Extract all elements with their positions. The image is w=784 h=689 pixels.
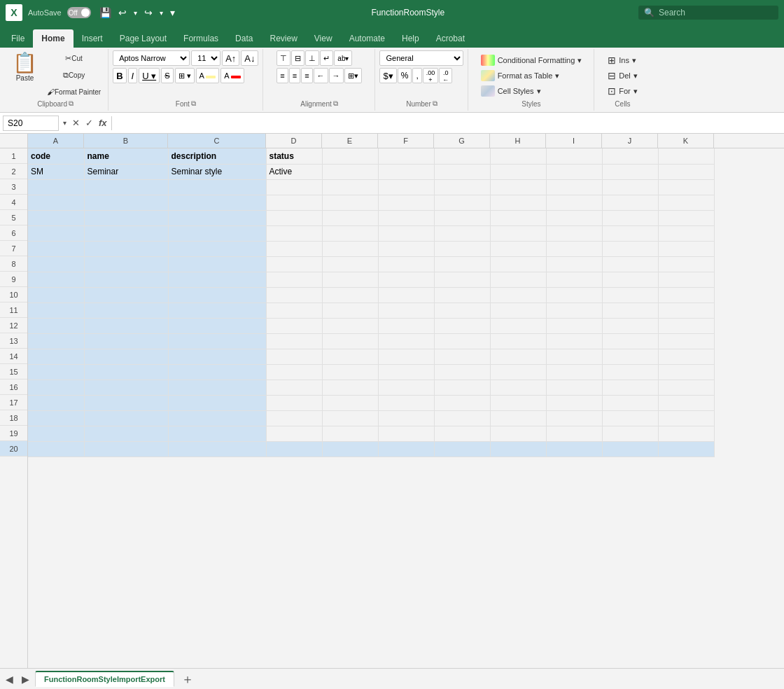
cell-r8-c1[interactable]	[28, 256, 84, 272]
cell-r10-c6[interactable]	[378, 287, 434, 302]
cell-r4-c6[interactable]	[378, 195, 434, 210]
cell-r6-c7[interactable]	[434, 225, 490, 241]
cell-r13-c5[interactable]	[322, 333, 378, 349]
cell-r18-c8[interactable]	[490, 410, 546, 426]
tab-home[interactable]: Home	[33, 29, 73, 48]
cell-r3-c4[interactable]	[266, 179, 322, 195]
copy-btn[interactable]: ⧉ Copy	[44, 67, 104, 83]
cell-r19-c4[interactable]	[266, 426, 322, 441]
cell-r12-c9[interactable]	[546, 318, 602, 333]
cell-r7-c9[interactable]	[546, 241, 602, 256]
font-family-select[interactable]: Aptos Narrow	[113, 50, 190, 66]
row-header-3[interactable]: 3	[0, 179, 27, 195]
cell-r9-c7[interactable]	[434, 272, 490, 287]
row-header-18[interactable]: 18	[0, 410, 27, 426]
cell-r10-c7[interactable]	[434, 287, 490, 302]
tab-insert[interactable]: Insert	[74, 29, 111, 48]
cell-r18-c9[interactable]	[546, 410, 602, 426]
cell-r4-c4[interactable]	[266, 195, 322, 210]
cell-r13-c6[interactable]	[378, 333, 434, 349]
cell-r18-c2[interactable]	[84, 410, 168, 426]
cell-styles-btn[interactable]: Cell Styles ▾	[477, 84, 587, 98]
orientation-btn[interactable]: ab▾	[334, 50, 352, 66]
cell-r2-c7[interactable]	[434, 164, 490, 179]
cell-r7-c1[interactable]	[28, 241, 84, 256]
align-right-btn[interactable]: ≡	[301, 68, 312, 83]
cell-r8-c8[interactable]	[490, 256, 546, 272]
cell-r8-c5[interactable]	[322, 256, 378, 272]
col-header-g[interactable]: G	[434, 134, 490, 148]
cell-r14-c10[interactable]	[602, 349, 658, 364]
cell-r2-c1[interactable]: SM	[28, 164, 84, 179]
cell-r13-c4[interactable]	[266, 333, 322, 349]
cell-r15-c1[interactable]	[28, 364, 84, 380]
cancel-formula-btn[interactable]: ✕	[71, 116, 81, 130]
row-header-7[interactable]: 7	[0, 241, 27, 256]
cell-r12-c2[interactable]	[84, 318, 168, 333]
insert-cells-btn[interactable]: ⊞ Ins ▾	[603, 53, 640, 67]
cell-r7-c3[interactable]	[168, 241, 266, 256]
cell-r15-c2[interactable]	[84, 364, 168, 380]
scroll-sheets-left-btn[interactable]: ◀	[3, 672, 16, 683]
cell-r10-c4[interactable]	[266, 287, 322, 302]
cell-r7-c7[interactable]	[434, 241, 490, 256]
cell-r10-c10[interactable]	[602, 287, 658, 302]
borders-btn[interactable]: ⊞ ▾	[175, 68, 195, 83]
wrap-text-btn[interactable]: ↵	[320, 50, 333, 66]
cell-r20-c3[interactable]	[168, 441, 266, 457]
align-center-btn[interactable]: ≡	[289, 68, 300, 83]
cell-r15-c5[interactable]	[322, 364, 378, 380]
alignment-expand-btn[interactable]: ⧉	[333, 99, 338, 108]
cell-r19-c6[interactable]	[378, 426, 434, 441]
cell-r17-c10[interactable]	[602, 395, 658, 410]
row-header-2[interactable]: 2	[0, 164, 27, 179]
format-cells-btn[interactable]: ⊡ For ▾	[603, 84, 642, 98]
col-header-d[interactable]: D	[266, 134, 322, 148]
indent-more-btn[interactable]: →	[329, 68, 344, 83]
cell-r5-c1[interactable]	[28, 210, 84, 225]
cell-r6-c9[interactable]	[546, 225, 602, 241]
row-header-10[interactable]: 10	[0, 287, 27, 302]
cell-r20-c11[interactable]	[658, 441, 714, 457]
format-as-table-btn[interactable]: Format as Table ▾	[477, 69, 587, 83]
cell-r6-c1[interactable]	[28, 225, 84, 241]
cell-r3-c9[interactable]	[546, 179, 602, 195]
increase-font-size-btn[interactable]: A↑	[222, 50, 239, 66]
cell-r9-c3[interactable]	[168, 272, 266, 287]
align-middle-btn[interactable]: ⊟	[291, 50, 304, 66]
number-expand-btn[interactable]: ⧉	[433, 99, 438, 108]
cell-r18-c11[interactable]	[658, 410, 714, 426]
cell-r18-c1[interactable]	[28, 410, 84, 426]
cell-r11-c8[interactable]	[490, 302, 546, 318]
cell-r10-c8[interactable]	[490, 287, 546, 302]
format-painter-btn[interactable]: 🖌 Format Painter	[44, 84, 104, 99]
cell-r8-c11[interactable]	[658, 256, 714, 272]
cell-r17-c6[interactable]	[378, 395, 434, 410]
row-header-11[interactable]: 11	[0, 302, 27, 318]
cell-r13-c7[interactable]	[434, 333, 490, 349]
cell-r19-c2[interactable]	[84, 426, 168, 441]
cell-r16-c10[interactable]	[602, 380, 658, 395]
cell-r1-c10[interactable]	[602, 148, 658, 164]
cell-r11-c11[interactable]	[658, 302, 714, 318]
cell-r20-c8[interactable]	[490, 441, 546, 457]
cell-r8-c3[interactable]	[168, 256, 266, 272]
clipboard-expand-btn[interactable]: ⧉	[69, 99, 74, 108]
cell-r8-c4[interactable]	[266, 256, 322, 272]
autosave-toggle[interactable]: Off	[67, 7, 91, 18]
cell-r5-c3[interactable]	[168, 210, 266, 225]
cell-r12-c1[interactable]	[28, 318, 84, 333]
cell-r11-c3[interactable]	[168, 302, 266, 318]
cell-r3-c7[interactable]	[434, 179, 490, 195]
cell-r14-c1[interactable]	[28, 349, 84, 364]
sheet-tab-functionroomstyleimportexport[interactable]: FunctionRoomStyleImportExport	[35, 671, 174, 683]
cell-r6-c2[interactable]	[84, 225, 168, 241]
tab-page-layout[interactable]: Page Layout	[111, 29, 175, 48]
cell-r10-c11[interactable]	[658, 287, 714, 302]
cell-r13-c1[interactable]	[28, 333, 84, 349]
row-header-12[interactable]: 12	[0, 318, 27, 333]
cell-r9-c6[interactable]	[378, 272, 434, 287]
cell-r5-c9[interactable]	[546, 210, 602, 225]
cell-r14-c2[interactable]	[84, 349, 168, 364]
cell-r18-c6[interactable]	[378, 410, 434, 426]
